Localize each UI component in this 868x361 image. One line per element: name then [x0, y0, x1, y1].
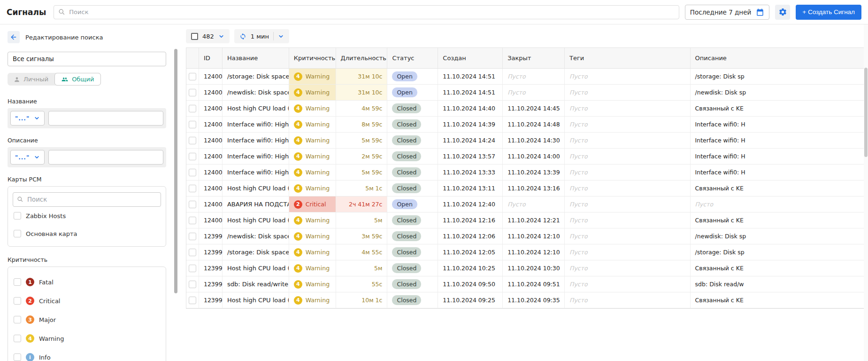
- table-row[interactable]: 124003 Interface wifi0: High er... 4 War…: [186, 165, 868, 180]
- row-checkbox[interactable]: [189, 105, 196, 112]
- cell-name[interactable]: /newdisk: Disk space is ...: [222, 85, 289, 100]
- column-header-description[interactable]: Описание: [690, 48, 868, 68]
- maps-search-input[interactable]: [13, 192, 161, 207]
- maps-panel: Zabbix Hosts Основная карта: [8, 186, 166, 247]
- create-signal-button[interactable]: + Создать Сигнал: [796, 5, 861, 20]
- status-badge: Closed: [392, 215, 421, 225]
- severity-checkbox-row[interactable]: 2 Critical: [13, 291, 161, 310]
- column-header-created[interactable]: Создан: [438, 48, 502, 68]
- table-row[interactable]: 124008 /newdisk: Disk space is ... 4 War…: [186, 85, 868, 101]
- map-checkbox-row[interactable]: Zabbix Hosts: [13, 207, 161, 225]
- column-header-name[interactable]: Название: [222, 48, 289, 68]
- sidebar-scrollbar-thumb[interactable]: [174, 49, 177, 293]
- row-checkbox[interactable]: [189, 137, 196, 144]
- cell-name[interactable]: sdb: Disk read/write re...: [222, 276, 289, 292]
- severity-checkbox-row[interactable]: 1 Fatal: [13, 273, 161, 291]
- cell-duration: 31м 10с: [336, 85, 387, 100]
- table-row[interactable]: 123999 /newdisk: Disk space is ... 4 War…: [186, 228, 868, 244]
- row-checkbox[interactable]: [189, 249, 196, 256]
- row-checkbox[interactable]: [189, 185, 196, 192]
- row-checkbox[interactable]: [189, 153, 196, 160]
- map-checkbox[interactable]: [14, 230, 21, 237]
- name-filter-input[interactable]: [48, 111, 163, 126]
- table-row[interactable]: 123998 /storage: Disk space is l... 4 Wa…: [186, 244, 868, 260]
- column-header-severity[interactable]: Критичность: [289, 48, 336, 68]
- column-header-closed[interactable]: Закрыт: [502, 48, 564, 68]
- back-button[interactable]: [8, 31, 20, 43]
- severity-text: Warning: [306, 281, 330, 288]
- severity-checkbox-row[interactable]: 3 Major: [13, 310, 161, 329]
- cell-name[interactable]: /storage: Disk space is l...: [222, 244, 289, 260]
- description-filter-input[interactable]: [48, 150, 163, 165]
- description-match-operator-select[interactable]: "...": [10, 150, 45, 165]
- cell-name[interactable]: Host high CPU load (ins...: [222, 260, 289, 276]
- cell-created: 11.10.2024 13:11: [438, 180, 502, 196]
- table-row[interactable]: 124000 Host high CPU load (ins... 4 Warn…: [186, 212, 868, 228]
- cell-name[interactable]: Host high CPU load (ins...: [222, 180, 289, 196]
- table-row[interactable]: 123996 sdb: Disk read/write re... 4 Warn…: [186, 276, 868, 292]
- table-scrollbar[interactable]: [864, 24, 868, 361]
- map-checkbox-row[interactable]: Основная карта: [13, 225, 161, 243]
- row-checkbox[interactable]: [189, 89, 196, 96]
- row-checkbox[interactable]: [189, 297, 196, 304]
- visibility-shared-option[interactable]: Общий: [54, 73, 100, 86]
- cell-name[interactable]: Interface wifi0: High er...: [222, 117, 289, 132]
- table-row[interactable]: 124009 /storage: Disk space is l... 4 Wa…: [186, 69, 868, 85]
- column-header-id[interactable]: ID: [199, 48, 222, 68]
- cell-tags: Пусто: [564, 244, 690, 260]
- row-checkbox[interactable]: [189, 169, 196, 176]
- cell-name[interactable]: Host high CPU load (ins...: [222, 292, 289, 308]
- match-operator-value: "...": [15, 115, 30, 122]
- cell-name[interactable]: АВАРИЯ НА ПОДСТАН...: [222, 196, 289, 212]
- search-name-input[interactable]: [8, 52, 166, 66]
- table-row[interactable]: 124001 АВАРИЯ НА ПОДСТАН... 2 Critical 2…: [186, 196, 868, 212]
- table-row[interactable]: 124007 Host high CPU load (ins... 4 Warn…: [186, 101, 868, 117]
- date-range-picker[interactable]: Последние 7 дней: [685, 5, 769, 20]
- search-input[interactable]: [54, 5, 679, 19]
- column-header-tags[interactable]: Теги: [564, 48, 690, 68]
- table-scrollbar-thumb[interactable]: [864, 68, 868, 157]
- table-row[interactable]: 123997 Host high CPU load (ins... 4 Warn…: [186, 260, 868, 276]
- row-checkbox[interactable]: [189, 265, 196, 272]
- row-checkbox[interactable]: [189, 201, 196, 208]
- cell-id: 124005: [199, 133, 222, 148]
- table-row[interactable]: 124005 Interface wifi0: High er... 4 War…: [186, 133, 868, 149]
- settings-button[interactable]: [775, 5, 790, 20]
- column-header-status[interactable]: Статус: [387, 48, 438, 68]
- select-all-control[interactable]: 482: [186, 29, 230, 43]
- cell-name[interactable]: Host high CPU load (ins...: [222, 101, 289, 116]
- cell-status: Closed: [387, 244, 438, 260]
- severity-checkbox[interactable]: [14, 353, 21, 361]
- table-row[interactable]: 124004 Interface wifi0: High er... 4 War…: [186, 149, 868, 165]
- table-row[interactable]: 124006 Interface wifi0: High er... 4 War…: [186, 117, 868, 133]
- row-checkbox[interactable]: [189, 281, 196, 288]
- name-match-operator-select[interactable]: "...": [10, 111, 45, 126]
- severity-checkbox[interactable]: [14, 278, 21, 286]
- severity-checkbox-row[interactable]: 4 Warning: [13, 329, 161, 348]
- cell-name[interactable]: Interface wifi0: High er...: [222, 133, 289, 148]
- cell-name[interactable]: /newdisk: Disk space is ...: [222, 228, 289, 244]
- row-checkbox[interactable]: [189, 73, 196, 80]
- status-badge: Closed: [392, 279, 421, 289]
- severity-checkbox[interactable]: [14, 335, 21, 342]
- refresh-control[interactable]: 1 мин: [234, 29, 289, 43]
- severity-checkbox[interactable]: [14, 297, 21, 305]
- row-checkbox[interactable]: [189, 233, 196, 240]
- column-header-duration[interactable]: Длительность: [336, 48, 387, 68]
- severity-checkbox-row[interactable]: i Info: [13, 348, 161, 361]
- table-row[interactable]: 123995 Host high CPU load (ins... 4 Warn…: [186, 292, 868, 308]
- table-header: ID Название Критичность Длительность Ста…: [186, 48, 868, 69]
- severity-checkbox[interactable]: [14, 316, 21, 323]
- select-all-checkbox[interactable]: [191, 33, 198, 40]
- map-checkbox[interactable]: [14, 212, 21, 220]
- table-row[interactable]: 124002 Host high CPU load (ins... 4 Warn…: [186, 180, 868, 196]
- cell-name[interactable]: Interface wifi0: High er...: [222, 149, 289, 164]
- page-title: Сигналы: [7, 8, 46, 17]
- cell-name[interactable]: /storage: Disk space is l...: [222, 69, 289, 84]
- cell-name[interactable]: Interface wifi0: High er...: [222, 165, 289, 180]
- chevron-down-icon: [34, 154, 40, 160]
- cell-name[interactable]: Host high CPU load (ins...: [222, 212, 289, 228]
- row-checkbox[interactable]: [189, 217, 196, 224]
- visibility-personal-option[interactable]: Личный: [8, 73, 54, 86]
- row-checkbox[interactable]: [189, 121, 196, 128]
